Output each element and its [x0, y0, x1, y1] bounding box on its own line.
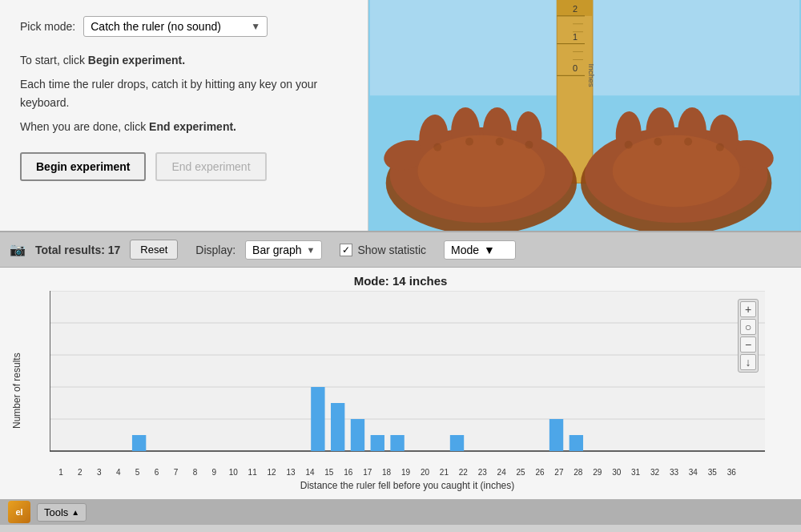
x-tick-label: 19 [396, 468, 416, 477]
instruction1-bold: Begin experiment. [88, 54, 185, 66]
x-tick-label: 21 [434, 468, 453, 477]
x-tick-label: 25 [511, 468, 530, 477]
x-tick-label: 33 [665, 468, 684, 477]
x-tick-label: 6 [147, 468, 167, 477]
logo-icon: el [8, 501, 30, 523]
instructions: To start, click Begin experiment. Each t… [20, 51, 348, 136]
x-tick-label: 9 [204, 468, 223, 477]
chart-container: Number of results [0, 291, 801, 499]
svg-point-34 [525, 141, 533, 149]
tools-arrow: ▲ [71, 508, 79, 517]
svg-text:Inches: Inches [587, 63, 596, 87]
x-tick-label: 31 [626, 468, 646, 477]
bar [311, 387, 324, 451]
x-tick-label: 26 [530, 468, 549, 477]
svg-text:2: 2 [573, 4, 578, 14]
chart-svg: 0 2 4 6 8 10 [50, 291, 765, 467]
buttons-row: Begin experiment End experiment [20, 152, 348, 181]
total-results-label: Total results: 17 [35, 244, 120, 256]
x-tick-label: 13 [281, 468, 300, 477]
left-panel: Pick mode: Catch the ruler (no sound) ▼ … [0, 0, 368, 231]
svg-point-31 [433, 143, 441, 151]
x-tick-label: 20 [416, 468, 435, 477]
svg-point-38 [625, 141, 633, 149]
svg-text:1: 1 [573, 32, 578, 42]
tools-label: Tools [44, 506, 68, 518]
x-tick-label: 23 [473, 468, 492, 477]
x-tick-label: 29 [588, 468, 607, 477]
svg-text:0: 0 [573, 63, 578, 73]
x-tick-label: 27 [549, 468, 569, 477]
bar [371, 435, 384, 451]
x-tick-label: 36 [722, 468, 741, 477]
pick-mode-label: Pick mode: [20, 20, 75, 33]
bar [331, 403, 344, 451]
chart-title: Mode: 14 inches [0, 268, 801, 291]
x-tick-label: 14 [300, 468, 320, 477]
logo-text: el [15, 507, 22, 517]
stats-bar: 📷 Total results: 17 Reset Display: Bar g… [0, 232, 801, 268]
x-tick-label: 7 [167, 468, 186, 477]
begin-experiment-button[interactable]: Begin experiment [20, 152, 146, 181]
tools-button[interactable]: Tools ▲ [37, 503, 87, 522]
chart-grid-wrapper: 0 2 4 6 8 10 + ○ − ↓ [50, 291, 765, 468]
svg-point-33 [496, 138, 504, 146]
display-label: Display: [195, 244, 235, 256]
instruction3: When you are done, click [20, 120, 149, 133]
y-axis-label: Number of results [8, 291, 26, 491]
mode-dropdown[interactable]: Mode ▼ [444, 240, 516, 260]
zoom-out-button[interactable]: − [740, 337, 756, 353]
svg-point-37 [654, 138, 662, 146]
bar [570, 435, 583, 451]
x-tick-label: 16 [339, 468, 358, 477]
svg-rect-39 [50, 291, 765, 451]
bottom-bar: el Tools ▲ [0, 499, 801, 525]
chart-section: Mode: 14 inches Number of results [0, 268, 801, 499]
zoom-in-button[interactable]: + [740, 301, 756, 317]
pick-mode-dropdown-arrow: ▼ [251, 21, 260, 32]
bar [450, 435, 464, 451]
zoom-down-button[interactable]: ↓ [740, 354, 756, 370]
pick-mode-select[interactable]: Catch the ruler (no sound) ▼ [83, 16, 268, 37]
reset-button[interactable]: Reset [130, 240, 178, 260]
x-tick-label: 2 [70, 468, 90, 477]
x-tick-label: 18 [377, 468, 396, 477]
x-axis-labels: 1234567891011121314151617181920212223242… [50, 468, 765, 477]
ruler-svg: 2 1 0 Inches [368, 0, 801, 231]
bar-graph-label: Bar graph [252, 244, 301, 256]
bar [549, 419, 563, 451]
bar-graph-dropdown[interactable]: Bar graph ▼ [245, 240, 322, 260]
x-tick-label: 3 [90, 468, 109, 477]
instruction1: To start, click [20, 54, 88, 66]
bar-graph-arrow: ▼ [307, 245, 316, 255]
show-statistic-checkbox[interactable]: ✓ [340, 244, 352, 256]
mode-dropdown-arrow: ▼ [484, 244, 495, 256]
x-tick-label: 34 [683, 468, 702, 477]
svg-point-36 [684, 138, 692, 146]
svg-point-35 [716, 143, 724, 151]
x-tick-label: 8 [185, 468, 204, 477]
x-tick-label: 1 [51, 468, 70, 477]
show-statistic-group: ✓ Show statistic [340, 244, 426, 256]
x-tick-label: 5 [128, 468, 147, 477]
bar [390, 435, 404, 451]
pick-mode-row: Pick mode: Catch the ruler (no sound) ▼ [20, 16, 348, 37]
x-tick-label: 32 [646, 468, 665, 477]
x-tick-label: 30 [607, 468, 626, 477]
instruction2: Each time the ruler drops, catch it by h… [20, 75, 348, 111]
show-statistic-label: Show statistic [357, 244, 426, 256]
x-tick-label: 4 [109, 468, 128, 477]
zoom-controls: + ○ − ↓ [738, 299, 759, 373]
instruction3-bold: End experiment. [149, 120, 236, 133]
bar [132, 435, 146, 451]
bar [351, 419, 364, 451]
x-tick-label: 15 [320, 468, 339, 477]
camera-icon[interactable]: 📷 [10, 242, 26, 257]
zoom-reset-button[interactable]: ○ [740, 319, 756, 335]
x-tick-label: 24 [492, 468, 511, 477]
x-tick-label: 35 [702, 468, 722, 477]
x-tick-label: 17 [358, 468, 377, 477]
x-axis-labels-container: 1234567891011121314151617181920212223242… [50, 468, 765, 491]
x-tick-label: 11 [243, 468, 262, 477]
ruler-illustration: 2 1 0 Inches [368, 0, 801, 231]
